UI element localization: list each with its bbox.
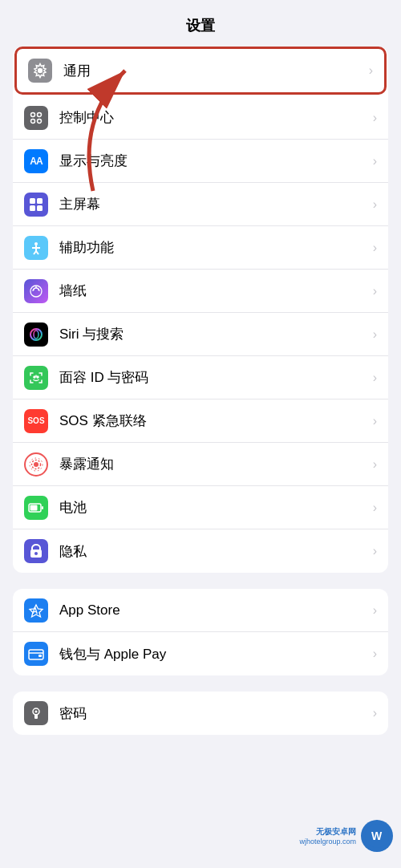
watermark: 无极安卓网 wjhotelgroup.com W <box>299 820 393 852</box>
svg-text:W: W <box>371 829 383 842</box>
battery-icon <box>24 496 48 520</box>
settings-item-display[interactable]: AA 显示与亮度 › <box>13 140 388 183</box>
settings-item-homescreen[interactable]: 主屏幕 › <box>13 183 388 226</box>
svg-rect-10 <box>37 205 43 211</box>
general-label: 通用 <box>63 62 364 80</box>
settings-item-control-center[interactable]: 控制中心 › <box>13 96 388 140</box>
svg-point-11 <box>34 242 38 245</box>
settings-group-2: A App Store › 钱包与 Apple Pay › <box>13 589 388 675</box>
wallet-icon <box>24 642 48 666</box>
exposure-label: 暴露通知 <box>59 455 368 473</box>
svg-point-4 <box>38 112 42 116</box>
appstore-icon: A <box>24 598 48 623</box>
settings-item-passwords[interactable]: 密码 › <box>13 692 388 735</box>
settings-item-wallpaper[interactable]: 墙纸 › <box>13 270 388 313</box>
svg-point-38 <box>35 711 38 713</box>
svg-point-3 <box>31 112 35 116</box>
settings-item-siri[interactable]: Siri 与搜索 › <box>13 313 388 356</box>
watermark-logo: W <box>361 820 393 852</box>
homescreen-label: 主屏幕 <box>59 195 368 213</box>
page-title: 设置 <box>0 0 401 45</box>
svg-rect-29 <box>30 505 38 510</box>
watermark-text: 无极安卓网 <box>299 826 356 838</box>
wallpaper-label: 墙纸 <box>59 282 368 300</box>
svg-rect-7 <box>30 198 35 204</box>
settings-item-privacy[interactable]: 隐私 › <box>13 529 388 573</box>
sos-label: SOS 紧急联络 <box>59 412 368 430</box>
svg-rect-35 <box>38 655 42 657</box>
svg-point-22 <box>37 376 38 378</box>
display-label: 显示与亮度 <box>59 152 368 170</box>
settings-item-battery[interactable]: 电池 › <box>13 486 388 529</box>
faceid-label: 面容 ID 与密码 <box>59 368 368 387</box>
privacy-icon <box>24 539 48 563</box>
control-center-label: 控制中心 <box>59 108 368 127</box>
faceid-icon <box>24 366 48 390</box>
svg-rect-28 <box>42 506 43 509</box>
exposure-icon <box>24 452 48 477</box>
settings-item-faceid[interactable]: 面容 ID 与密码 › <box>13 356 388 400</box>
svg-point-31 <box>34 552 38 555</box>
svg-rect-9 <box>30 205 35 211</box>
svg-point-17 <box>38 289 39 290</box>
svg-line-15 <box>36 251 38 254</box>
passwords-icon <box>24 701 48 725</box>
privacy-label: 隐私 <box>59 542 368 561</box>
svg-point-6 <box>38 119 42 123</box>
accessibility-icon <box>24 236 48 260</box>
svg-point-5 <box>31 119 35 123</box>
settings-group-3: 密码 › <box>13 692 388 735</box>
settings-item-accessibility[interactable]: 辅助功能 › <box>13 226 388 270</box>
svg-rect-37 <box>34 714 38 719</box>
general-chevron: › <box>369 63 373 78</box>
highlighted-general-item[interactable]: 通用 › <box>14 47 387 95</box>
accessibility-label: 辅助功能 <box>59 238 368 257</box>
settings-item-wallet[interactable]: 钱包与 Apple Pay › <box>13 632 388 675</box>
settings-item-exposure[interactable]: 暴露通知 › <box>13 443 388 486</box>
svg-point-24 <box>34 462 38 467</box>
svg-point-18 <box>35 286 37 288</box>
battery-label: 电池 <box>59 498 368 517</box>
settings-item-general[interactable]: 通用 › <box>17 49 384 92</box>
settings-item-sos[interactable]: SOS SOS 紧急联络 › <box>13 400 388 443</box>
svg-text:A: A <box>32 606 38 615</box>
svg-point-16 <box>33 289 34 290</box>
homescreen-icon <box>24 193 48 217</box>
svg-rect-33 <box>29 650 43 659</box>
svg-point-20 <box>34 331 38 339</box>
appstore-label: App Store <box>59 602 368 619</box>
passwords-label: 密码 <box>59 704 368 723</box>
wallpaper-icon <box>24 279 48 303</box>
general-icon <box>28 59 52 83</box>
svg-point-21 <box>34 376 35 378</box>
control-center-icon <box>24 106 48 130</box>
display-icon: AA <box>24 149 48 173</box>
chevron: › <box>373 111 377 125</box>
svg-rect-8 <box>37 198 43 204</box>
siri-icon <box>24 322 48 347</box>
watermark-url: wjhotelgroup.com <box>299 838 356 846</box>
sos-icon: SOS <box>24 409 48 433</box>
settings-item-appstore[interactable]: A App Store › <box>13 589 388 632</box>
wallet-label: 钱包与 Apple Pay <box>59 645 368 663</box>
siri-label: Siri 与搜索 <box>59 325 368 343</box>
svg-point-1 <box>38 68 43 73</box>
